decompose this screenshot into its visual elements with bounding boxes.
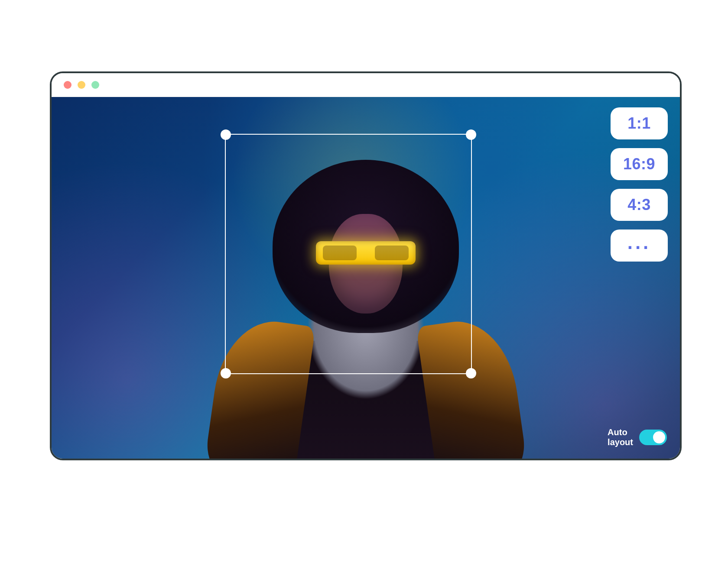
window-titlebar [52,73,680,97]
crop-handle-top-right[interactable] [466,129,476,140]
crop-handle-top-left[interactable] [221,129,231,140]
auto-layout-toggle[interactable] [639,430,667,445]
stage: 1:1 16:9 4:3 ... Auto layout [0,0,728,582]
app-window: 1:1 16:9 4:3 ... Auto layout [50,71,682,460]
aspect-ratio-1-1[interactable]: 1:1 [611,107,668,139]
aspect-ratio-panel: 1:1 16:9 4:3 ... [611,107,668,262]
auto-layout-control: Auto layout [608,427,667,447]
aspect-ratio-more-button[interactable]: ... [611,230,668,262]
aspect-ratio-16-9[interactable]: 16:9 [611,148,668,180]
image-canvas[interactable]: 1:1 16:9 4:3 ... Auto layout [52,97,680,459]
window-close-icon[interactable] [64,81,72,89]
crop-selection[interactable] [225,134,472,374]
crop-handle-bottom-left[interactable] [221,368,231,378]
window-zoom-icon[interactable] [91,81,99,89]
toggle-knob-icon [653,431,665,443]
window-minimize-icon[interactable] [78,81,85,89]
crop-handle-bottom-right[interactable] [466,368,476,378]
aspect-ratio-4-3[interactable]: 4:3 [611,189,668,221]
auto-layout-label: Auto layout [608,427,633,447]
